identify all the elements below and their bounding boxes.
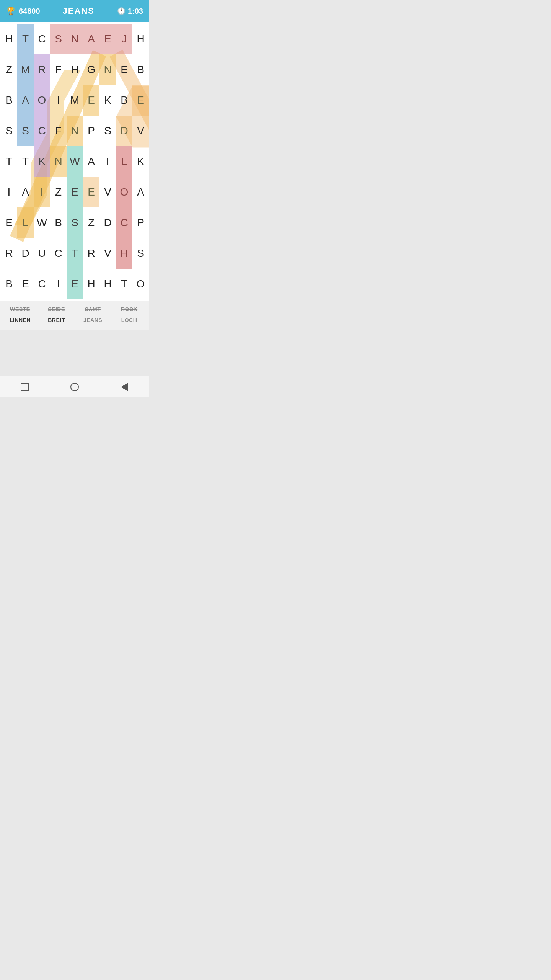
- cell-6-7[interactable]: C: [116, 207, 132, 238]
- cell-1-6[interactable]: N: [99, 54, 116, 85]
- cell-7-7[interactable]: H: [116, 238, 132, 269]
- word-samt: SAMT: [75, 305, 111, 314]
- cell-4-0[interactable]: T: [1, 146, 17, 177]
- cell-2-5[interactable]: E: [83, 85, 99, 116]
- cell-2-2[interactable]: O: [34, 85, 50, 116]
- cell-3-6[interactable]: S: [99, 116, 116, 146]
- word-linnen: LINNEN: [2, 315, 38, 325]
- cell-6-3[interactable]: B: [50, 207, 67, 238]
- game-title: JEANS: [63, 6, 95, 16]
- clock-icon: 🕐: [117, 7, 126, 15]
- cell-5-0[interactable]: I: [1, 177, 17, 207]
- cell-5-1[interactable]: A: [17, 177, 34, 207]
- cell-0-0[interactable]: H: [1, 24, 17, 54]
- navigation-bar: [0, 376, 149, 397]
- cell-1-0[interactable]: Z: [1, 54, 17, 85]
- cell-0-8[interactable]: H: [132, 24, 149, 54]
- cell-7-3[interactable]: C: [50, 238, 67, 269]
- cell-0-4[interactable]: N: [67, 24, 83, 54]
- cell-2-7[interactable]: B: [116, 85, 132, 116]
- cell-4-3[interactable]: N: [50, 146, 67, 177]
- cell-8-8[interactable]: O: [132, 269, 149, 299]
- recent-apps-button[interactable]: [19, 381, 31, 393]
- cell-2-4[interactable]: M: [67, 85, 83, 116]
- cell-7-1[interactable]: D: [17, 238, 34, 269]
- cell-3-1[interactable]: S: [17, 116, 34, 146]
- cell-3-3[interactable]: F: [50, 116, 67, 146]
- cell-8-2[interactable]: C: [34, 269, 50, 299]
- cell-3-0[interactable]: S: [1, 116, 17, 146]
- cell-7-5[interactable]: R: [83, 238, 99, 269]
- word-search-grid[interactable]: H T C S N A E J H Z M R F H G N E B B A …: [0, 22, 149, 301]
- word-list: WESTE SEIDE SAMT ROCK LINNEN BREIT JEANS…: [0, 301, 149, 330]
- cell-8-0[interactable]: B: [1, 269, 17, 299]
- cell-4-7[interactable]: L: [116, 146, 132, 177]
- content-spacer: [0, 330, 149, 376]
- cell-5-6[interactable]: V: [99, 177, 116, 207]
- cell-6-1[interactable]: L: [17, 207, 34, 238]
- cell-2-0[interactable]: B: [1, 85, 17, 116]
- cell-6-8[interactable]: P: [132, 207, 149, 238]
- cell-3-4[interactable]: N: [67, 116, 83, 146]
- cell-1-7[interactable]: E: [116, 54, 132, 85]
- cell-2-8[interactable]: E: [132, 85, 149, 116]
- cell-7-2[interactable]: U: [34, 238, 50, 269]
- cell-1-3[interactable]: F: [50, 54, 67, 85]
- cell-8-3[interactable]: I: [50, 269, 67, 299]
- cell-8-7[interactable]: T: [116, 269, 132, 299]
- back-button[interactable]: [118, 381, 130, 393]
- cell-8-4[interactable]: E: [67, 269, 83, 299]
- cell-0-1[interactable]: T: [17, 24, 34, 54]
- cell-3-2[interactable]: C: [34, 116, 50, 146]
- word-jeans: JEANS: [75, 315, 111, 325]
- timer-value: 1:03: [128, 7, 143, 16]
- cell-6-4[interactable]: S: [67, 207, 83, 238]
- cell-8-5[interactable]: H: [83, 269, 99, 299]
- cell-5-2[interactable]: I: [34, 177, 50, 207]
- home-icon: [70, 383, 79, 391]
- cell-1-5[interactable]: G: [83, 54, 99, 85]
- cell-4-1[interactable]: T: [17, 146, 34, 177]
- cell-1-4[interactable]: H: [67, 54, 83, 85]
- game-header: 🏆 64800 JEANS 🕐 1:03: [0, 0, 149, 22]
- cell-5-4[interactable]: E: [67, 177, 83, 207]
- cell-2-3[interactable]: I: [50, 85, 67, 116]
- cell-4-8[interactable]: K: [132, 146, 149, 177]
- cell-4-2[interactable]: K: [34, 146, 50, 177]
- cell-6-6[interactable]: D: [99, 207, 116, 238]
- cell-7-4[interactable]: T: [67, 238, 83, 269]
- cell-7-8[interactable]: S: [132, 238, 149, 269]
- cell-3-7[interactable]: D: [116, 116, 132, 146]
- cell-7-0[interactable]: R: [1, 238, 17, 269]
- cell-0-6[interactable]: E: [99, 24, 116, 54]
- cell-4-5[interactable]: A: [83, 146, 99, 177]
- cell-0-5[interactable]: A: [83, 24, 99, 54]
- cell-1-8[interactable]: B: [132, 54, 149, 85]
- trophy-icon: 🏆: [6, 7, 16, 16]
- word-breit: BREIT: [39, 315, 74, 325]
- cell-5-7[interactable]: O: [116, 177, 132, 207]
- cell-5-3[interactable]: Z: [50, 177, 67, 207]
- letter-grid[interactable]: H T C S N A E J H Z M R F H G N E B B A …: [1, 24, 148, 299]
- cell-0-2[interactable]: C: [34, 24, 50, 54]
- cell-4-4[interactable]: W: [67, 146, 83, 177]
- cell-0-3[interactable]: S: [50, 24, 67, 54]
- cell-1-1[interactable]: M: [17, 54, 34, 85]
- cell-6-0[interactable]: E: [1, 207, 17, 238]
- cell-5-8[interactable]: A: [132, 177, 149, 207]
- timer-display: 🕐 1:03: [117, 7, 143, 16]
- cell-2-1[interactable]: A: [17, 85, 34, 116]
- cell-1-2[interactable]: R: [34, 54, 50, 85]
- cell-8-1[interactable]: E: [17, 269, 34, 299]
- cell-5-5[interactable]: E: [83, 177, 99, 207]
- cell-4-6[interactable]: I: [99, 146, 116, 177]
- cell-2-6[interactable]: K: [99, 85, 116, 116]
- cell-7-6[interactable]: V: [99, 238, 116, 269]
- cell-6-5[interactable]: Z: [83, 207, 99, 238]
- cell-8-6[interactable]: H: [99, 269, 116, 299]
- cell-0-7[interactable]: J: [116, 24, 132, 54]
- home-button[interactable]: [68, 381, 81, 393]
- cell-6-2[interactable]: W: [34, 207, 50, 238]
- cell-3-8[interactable]: V: [132, 116, 149, 146]
- cell-3-5[interactable]: P: [83, 116, 99, 146]
